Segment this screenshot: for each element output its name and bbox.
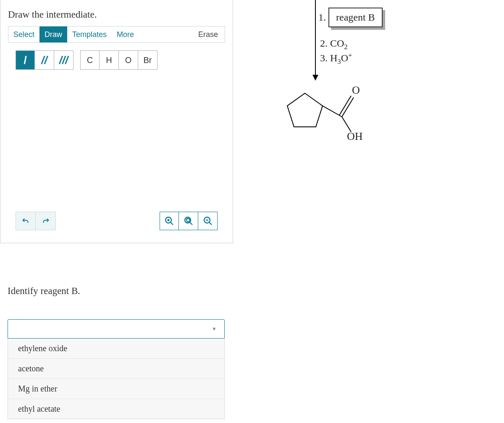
zoom-in-icon: [164, 216, 174, 226]
dropdown-options: ethylene oxide acetone Mg in ether ethyl…: [8, 339, 225, 419]
svg-line-11: [342, 97, 354, 117]
option-mg-in-ether[interactable]: Mg in ether: [8, 379, 224, 399]
dropdown-caret-icon: ▼: [212, 326, 217, 332]
reagent-b-box: reagent B: [328, 8, 383, 27]
svg-line-1: [171, 222, 173, 225]
question-b-prompt: Identify reagent B.: [8, 286, 80, 297]
history-group: [16, 212, 56, 230]
zoom-group: [160, 212, 218, 230]
step-3-label: 3. H3O+: [320, 51, 352, 66]
element-H[interactable]: H: [100, 50, 119, 70]
tool-row: / // /// C H O Br: [0, 43, 233, 70]
product-O-label: O: [352, 84, 360, 97]
reaction-scheme: 1. reagent B 2. CO2 3. H3O+ O OH: [273, 0, 407, 147]
svg-line-5: [190, 222, 192, 225]
erase-button[interactable]: Erase: [192, 26, 225, 42]
element-C[interactable]: C: [80, 50, 100, 70]
mode-select[interactable]: Select: [8, 26, 39, 42]
option-ethyl-acetate[interactable]: ethyl acetate: [8, 399, 224, 419]
mode-toolbar: Select Draw Templates More Erase: [8, 26, 225, 43]
mode-templates[interactable]: Templates: [67, 26, 112, 42]
element-Br[interactable]: Br: [138, 50, 158, 70]
mode-draw[interactable]: Draw: [39, 26, 67, 42]
zoom-reset-button[interactable]: [179, 212, 198, 230]
undo-button[interactable]: [16, 212, 36, 230]
redo-button[interactable]: [36, 212, 56, 230]
reagent-b-select[interactable]: ▼: [8, 319, 225, 339]
product-OH-label: OH: [347, 130, 363, 143]
svg-line-10: [323, 106, 342, 117]
zoom-in-button[interactable]: [160, 212, 179, 230]
svg-line-12: [339, 96, 351, 115]
element-O[interactable]: O: [119, 50, 138, 70]
bond-single[interactable]: /: [16, 50, 35, 70]
zoom-reset-icon: [184, 216, 194, 226]
reaction-arrow: [315, 0, 316, 75]
svg-line-7: [209, 222, 212, 225]
mode-more[interactable]: More: [112, 26, 139, 42]
editor-prompt: Draw the intermediate.: [0, 0, 233, 26]
element-group: C H O Br: [80, 50, 158, 70]
svg-marker-9: [287, 93, 323, 127]
reagent-b-dropdown: ▼ ethylene oxide acetone Mg in ether eth…: [8, 319, 225, 419]
structure-editor: Draw the intermediate. Select Draw Templ…: [0, 0, 233, 243]
redo-icon: [41, 216, 50, 226]
svg-line-13: [342, 117, 351, 132]
bond-group: / // ///: [16, 50, 74, 70]
bond-double[interactable]: //: [35, 50, 54, 70]
undo-icon: [21, 216, 30, 226]
zoom-out-icon: [203, 216, 213, 226]
step-1-number: 1.: [318, 12, 326, 23]
option-ethylene-oxide[interactable]: ethylene oxide: [8, 339, 224, 359]
option-acetone[interactable]: acetone: [8, 359, 224, 379]
zoom-out-button[interactable]: [198, 212, 218, 230]
bond-triple[interactable]: ///: [54, 50, 74, 70]
reaction-arrow-head: [312, 75, 318, 81]
step-2-label: 2. CO2: [320, 38, 348, 51]
